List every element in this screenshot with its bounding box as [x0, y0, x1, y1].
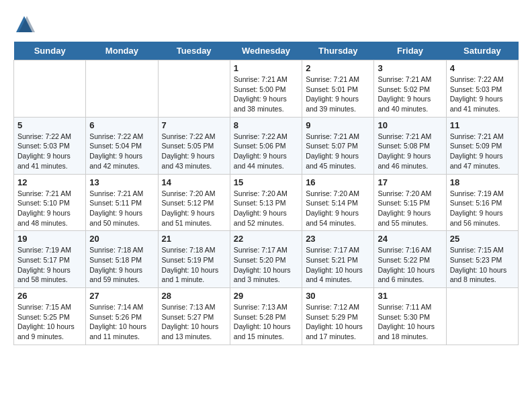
cell-content: Sunrise: 7:21 AM Sunset: 5:00 PM Dayligh… — [234, 75, 298, 114]
day-header-thursday: Thursday — [302, 42, 374, 60]
calendar-cell: 15Sunrise: 7:20 AM Sunset: 5:13 PM Dayli… — [230, 174, 302, 231]
calendar-cell: 4Sunrise: 7:22 AM Sunset: 5:03 PM Daylig… — [446, 60, 518, 118]
page-header — [13, 13, 519, 35]
day-number: 17 — [378, 177, 442, 187]
calendar-cell: 12Sunrise: 7:21 AM Sunset: 5:10 PM Dayli… — [14, 174, 86, 231]
cell-content: Sunrise: 7:17 AM Sunset: 5:20 PM Dayligh… — [234, 245, 298, 285]
day-number: 2 — [306, 63, 370, 73]
cell-content: Sunrise: 7:21 AM Sunset: 5:09 PM Dayligh… — [450, 132, 515, 171]
calendar-cell: 23Sunrise: 7:17 AM Sunset: 5:21 PM Dayli… — [302, 231, 374, 288]
day-number: 29 — [234, 291, 298, 301]
day-number: 10 — [378, 120, 442, 130]
calendar-cell — [446, 288, 518, 345]
week-row-4: 19Sunrise: 7:19 AM Sunset: 5:17 PM Dayli… — [14, 231, 519, 288]
day-number: 1 — [234, 63, 298, 73]
day-number: 20 — [89, 234, 154, 244]
logo-icon — [13, 13, 35, 35]
day-header-saturday: Saturday — [446, 42, 518, 60]
calendar-cell: 28Sunrise: 7:13 AM Sunset: 5:27 PM Dayli… — [158, 288, 230, 345]
calendar-cell: 26Sunrise: 7:15 AM Sunset: 5:25 PM Dayli… — [14, 288, 86, 345]
cell-content: Sunrise: 7:22 AM Sunset: 5:04 PM Dayligh… — [89, 132, 154, 171]
calendar-cell — [86, 60, 158, 118]
day-number: 22 — [234, 234, 298, 244]
calendar-cell: 24Sunrise: 7:16 AM Sunset: 5:22 PM Dayli… — [374, 231, 446, 288]
day-header-tuesday: Tuesday — [158, 42, 230, 60]
day-number: 12 — [17, 177, 82, 187]
cell-content: Sunrise: 7:22 AM Sunset: 5:05 PM Dayligh… — [162, 132, 226, 171]
cell-content: Sunrise: 7:13 AM Sunset: 5:28 PM Dayligh… — [234, 302, 298, 342]
cell-content: Sunrise: 7:16 AM Sunset: 5:22 PM Dayligh… — [378, 245, 442, 285]
day-number: 24 — [378, 234, 442, 244]
calendar-cell: 20Sunrise: 7:18 AM Sunset: 5:18 PM Dayli… — [86, 231, 158, 288]
calendar-cell: 9Sunrise: 7:21 AM Sunset: 5:07 PM Daylig… — [302, 117, 374, 174]
calendar-cell: 22Sunrise: 7:17 AM Sunset: 5:20 PM Dayli… — [230, 231, 302, 288]
cell-content: Sunrise: 7:21 AM Sunset: 5:10 PM Dayligh… — [17, 189, 82, 228]
day-number: 21 — [162, 234, 226, 244]
cell-content: Sunrise: 7:22 AM Sunset: 5:03 PM Dayligh… — [450, 75, 515, 114]
logo — [13, 13, 38, 35]
calendar-cell: 2Sunrise: 7:21 AM Sunset: 5:01 PM Daylig… — [302, 60, 374, 118]
cell-content: Sunrise: 7:20 AM Sunset: 5:15 PM Dayligh… — [378, 189, 442, 228]
cell-content: Sunrise: 7:12 AM Sunset: 5:29 PM Dayligh… — [306, 302, 370, 342]
day-header-friday: Friday — [374, 42, 446, 60]
day-header-monday: Monday — [86, 42, 158, 60]
cell-content: Sunrise: 7:17 AM Sunset: 5:21 PM Dayligh… — [306, 245, 370, 285]
week-row-3: 12Sunrise: 7:21 AM Sunset: 5:10 PM Dayli… — [14, 174, 519, 231]
day-number: 16 — [306, 177, 370, 187]
cell-content: Sunrise: 7:22 AM Sunset: 5:03 PM Dayligh… — [17, 132, 82, 171]
cell-content: Sunrise: 7:21 AM Sunset: 5:07 PM Dayligh… — [306, 132, 370, 171]
day-number: 19 — [17, 234, 82, 244]
calendar-cell: 8Sunrise: 7:22 AM Sunset: 5:06 PM Daylig… — [230, 117, 302, 174]
day-header-wednesday: Wednesday — [230, 42, 302, 60]
day-number: 25 — [450, 234, 515, 244]
day-number: 18 — [450, 177, 515, 187]
day-number: 27 — [89, 291, 154, 301]
cell-content: Sunrise: 7:21 AM Sunset: 5:08 PM Dayligh… — [378, 132, 442, 171]
day-number: 14 — [162, 177, 226, 187]
calendar-cell: 21Sunrise: 7:18 AM Sunset: 5:19 PM Dayli… — [158, 231, 230, 288]
day-number: 28 — [162, 291, 226, 301]
day-number: 26 — [17, 291, 82, 301]
day-number: 30 — [306, 291, 370, 301]
cell-content: Sunrise: 7:21 AM Sunset: 5:01 PM Dayligh… — [306, 75, 370, 114]
day-number: 7 — [162, 120, 226, 130]
cell-content: Sunrise: 7:18 AM Sunset: 5:19 PM Dayligh… — [162, 245, 226, 285]
calendar-cell: 16Sunrise: 7:20 AM Sunset: 5:14 PM Dayli… — [302, 174, 374, 231]
calendar-cell: 27Sunrise: 7:14 AM Sunset: 5:26 PM Dayli… — [86, 288, 158, 345]
day-number: 5 — [17, 120, 82, 130]
day-number: 15 — [234, 177, 298, 187]
calendar-cell: 19Sunrise: 7:19 AM Sunset: 5:17 PM Dayli… — [14, 231, 86, 288]
calendar-cell: 7Sunrise: 7:22 AM Sunset: 5:05 PM Daylig… — [158, 117, 230, 174]
cell-content: Sunrise: 7:20 AM Sunset: 5:12 PM Dayligh… — [162, 189, 226, 228]
calendar-cell: 6Sunrise: 7:22 AM Sunset: 5:04 PM Daylig… — [86, 117, 158, 174]
calendar-table: SundayMondayTuesdayWednesdayThursdayFrid… — [13, 42, 519, 345]
calendar-cell: 5Sunrise: 7:22 AM Sunset: 5:03 PM Daylig… — [14, 117, 86, 174]
cell-content: Sunrise: 7:20 AM Sunset: 5:13 PM Dayligh… — [234, 189, 298, 228]
cell-content: Sunrise: 7:15 AM Sunset: 5:23 PM Dayligh… — [450, 245, 515, 285]
cell-content: Sunrise: 7:21 AM Sunset: 5:02 PM Dayligh… — [378, 75, 442, 114]
day-header-sunday: Sunday — [14, 42, 86, 60]
cell-content: Sunrise: 7:20 AM Sunset: 5:14 PM Dayligh… — [306, 189, 370, 228]
day-number: 13 — [89, 177, 154, 187]
calendar-cell: 10Sunrise: 7:21 AM Sunset: 5:08 PM Dayli… — [374, 117, 446, 174]
day-number: 31 — [378, 291, 442, 301]
calendar-cell: 3Sunrise: 7:21 AM Sunset: 5:02 PM Daylig… — [374, 60, 446, 118]
calendar-cell: 29Sunrise: 7:13 AM Sunset: 5:28 PM Dayli… — [230, 288, 302, 345]
cell-content: Sunrise: 7:22 AM Sunset: 5:06 PM Dayligh… — [234, 132, 298, 171]
cell-content: Sunrise: 7:15 AM Sunset: 5:25 PM Dayligh… — [17, 302, 82, 342]
cell-content: Sunrise: 7:21 AM Sunset: 5:11 PM Dayligh… — [89, 189, 154, 228]
day-number: 3 — [378, 63, 442, 73]
calendar-cell — [14, 60, 86, 118]
calendar-cell: 25Sunrise: 7:15 AM Sunset: 5:23 PM Dayli… — [446, 231, 518, 288]
calendar-cell: 1Sunrise: 7:21 AM Sunset: 5:00 PM Daylig… — [230, 60, 302, 118]
day-number: 9 — [306, 120, 370, 130]
week-row-5: 26Sunrise: 7:15 AM Sunset: 5:25 PM Dayli… — [14, 288, 519, 345]
calendar-cell: 13Sunrise: 7:21 AM Sunset: 5:11 PM Dayli… — [86, 174, 158, 231]
calendar-cell: 14Sunrise: 7:20 AM Sunset: 5:12 PM Dayli… — [158, 174, 230, 231]
cell-content: Sunrise: 7:18 AM Sunset: 5:18 PM Dayligh… — [89, 245, 154, 285]
day-number: 6 — [89, 120, 154, 130]
cell-content: Sunrise: 7:19 AM Sunset: 5:16 PM Dayligh… — [450, 189, 515, 228]
calendar-cell: 17Sunrise: 7:20 AM Sunset: 5:15 PM Dayli… — [374, 174, 446, 231]
calendar-cell: 11Sunrise: 7:21 AM Sunset: 5:09 PM Dayli… — [446, 117, 518, 174]
day-number: 11 — [450, 120, 515, 130]
